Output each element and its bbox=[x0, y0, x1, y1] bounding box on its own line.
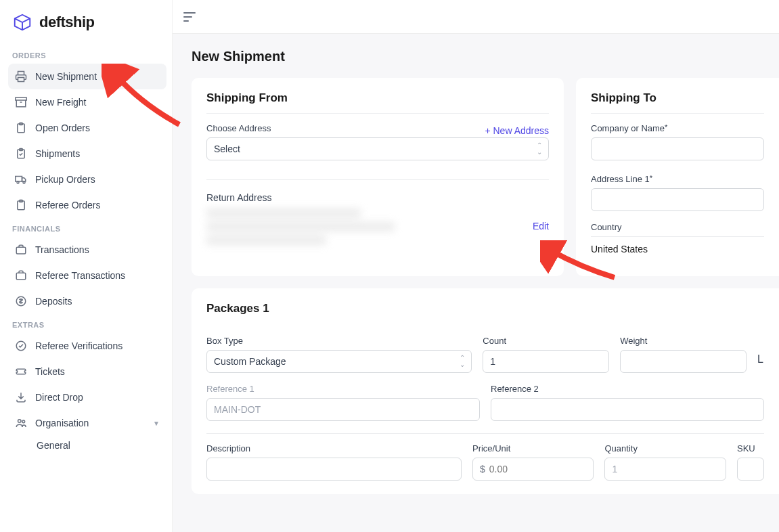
sidebar-item-label: Referee Transactions bbox=[35, 270, 125, 281]
section-header-financials: FINANCIALS bbox=[8, 218, 166, 237]
country-value[interactable]: United States bbox=[591, 244, 764, 254]
sidebar-item-label: New Shipment bbox=[35, 71, 97, 82]
svg-rect-6 bbox=[16, 177, 22, 182]
label-box-type: Box Type bbox=[206, 336, 472, 346]
card-shipping-from: Shipping From Choose Address + New Addre… bbox=[192, 78, 564, 276]
menu-toggle-icon[interactable] bbox=[183, 12, 196, 22]
sidebar-item-label: Referee Verifications bbox=[35, 340, 123, 351]
sidebar-item-shipments[interactable]: Shipments bbox=[8, 141, 166, 167]
quantity-input[interactable] bbox=[604, 458, 726, 481]
sidebar: deftship ORDERS New Shipment New Freight… bbox=[0, 0, 173, 532]
choose-address-select[interactable]: Select bbox=[206, 137, 549, 160]
sidebar-item-direct-drop[interactable]: Direct Drop bbox=[8, 384, 166, 410]
users-icon bbox=[15, 417, 27, 429]
truck-icon bbox=[15, 173, 27, 185]
weight-input[interactable] bbox=[620, 350, 747, 373]
topbar bbox=[173, 0, 779, 34]
sidebar-item-label: Shipments bbox=[35, 148, 80, 159]
label-quantity: Quantity bbox=[604, 443, 726, 453]
card-title-from: Shipping From bbox=[206, 91, 549, 105]
sidebar-item-label: Pickup Orders bbox=[35, 174, 95, 185]
divider bbox=[591, 113, 764, 114]
svg-rect-11 bbox=[16, 247, 26, 254]
label-length: L bbox=[757, 336, 764, 373]
address-line-1-input[interactable] bbox=[591, 188, 764, 211]
company-name-input[interactable] bbox=[591, 137, 764, 160]
divider bbox=[591, 236, 764, 237]
clipboard-check-icon bbox=[15, 148, 27, 160]
sidebar-item-label: New Freight bbox=[35, 97, 86, 108]
sidebar-item-label: Open Orders bbox=[35, 123, 90, 133]
description-input[interactable] bbox=[206, 458, 462, 481]
sidebar-item-label: Tickets bbox=[35, 366, 65, 377]
brand-name: deftship bbox=[39, 14, 95, 31]
sidebar-item-label: Transactions bbox=[35, 244, 89, 255]
price-input[interactable] bbox=[489, 458, 587, 480]
label-company-name: Company or Name* bbox=[591, 123, 764, 133]
svg-point-15 bbox=[18, 420, 22, 423]
divider bbox=[206, 433, 764, 434]
new-address-link[interactable]: + New Address bbox=[485, 125, 549, 136]
card-packages: Packages 1 Box Type Custom Package ⌃⌄ bbox=[192, 288, 779, 494]
label-reference-1: Reference 1 bbox=[206, 384, 480, 394]
box-type-select[interactable]: Custom Package bbox=[206, 350, 472, 373]
sidebar-item-label: Deposits bbox=[35, 296, 72, 307]
printer-icon bbox=[15, 70, 27, 83]
sidebar-item-pickup-orders[interactable]: Pickup Orders bbox=[8, 167, 166, 192]
label-country: Country bbox=[591, 222, 764, 232]
sidebar-item-deposits[interactable]: Deposits bbox=[8, 288, 166, 314]
section-header-orders: ORDERS bbox=[8, 45, 166, 64]
sidebar-item-referee-orders[interactable]: Referee Orders bbox=[8, 192, 166, 218]
briefcase-icon bbox=[15, 244, 27, 256]
edit-return-address-link[interactable]: Edit bbox=[533, 221, 549, 231]
svg-point-8 bbox=[23, 181, 25, 183]
check-circle-icon bbox=[15, 340, 27, 352]
svg-rect-12 bbox=[16, 273, 26, 280]
sidebar-item-referee-verifications[interactable]: Referee Verifications bbox=[8, 333, 166, 359]
reference-2-input[interactable] bbox=[491, 398, 764, 421]
clipboard-icon bbox=[15, 199, 27, 211]
sku-input[interactable] bbox=[737, 458, 764, 481]
sidebar-item-label: Referee Orders bbox=[35, 200, 100, 210]
currency-prefix: $ bbox=[480, 464, 489, 474]
label-weight: Weight bbox=[620, 336, 747, 346]
card-title-packages: Packages 1 bbox=[206, 302, 764, 315]
reference-1-input[interactable] bbox=[206, 398, 480, 421]
logo-area: deftship bbox=[8, 5, 166, 45]
main: New Shipment Shipping From Choose Addres… bbox=[173, 0, 779, 532]
content: New Shipment Shipping From Choose Addres… bbox=[173, 34, 779, 532]
section-header-extras: EXTRAS bbox=[8, 314, 166, 333]
dollar-circle-icon bbox=[15, 295, 27, 307]
card-shipping-to: Shipping To Company or Name* Address Lin… bbox=[576, 78, 779, 276]
divider bbox=[206, 113, 549, 114]
svg-point-7 bbox=[17, 181, 19, 183]
count-input[interactable] bbox=[483, 350, 609, 373]
svg-point-16 bbox=[22, 420, 25, 423]
label-sku: SKU bbox=[737, 443, 764, 453]
sidebar-item-transactions[interactable]: Transactions bbox=[8, 237, 166, 263]
sidebar-item-open-orders[interactable]: Open Orders bbox=[8, 115, 166, 141]
chevron-down-icon: ▼ bbox=[153, 420, 160, 427]
sidebar-item-label: Organisation bbox=[35, 418, 89, 428]
price-input-wrap[interactable]: $ bbox=[472, 458, 594, 481]
sidebar-item-organisation[interactable]: Organisation ▼ bbox=[8, 410, 166, 436]
sidebar-item-referee-transactions[interactable]: Referee Transactions bbox=[8, 263, 166, 288]
label-price-unit: Price/Unit bbox=[472, 443, 594, 453]
card-title-to: Shipping To bbox=[591, 91, 764, 105]
download-icon bbox=[15, 391, 27, 403]
sidebar-item-new-freight[interactable]: New Freight bbox=[8, 89, 166, 115]
clipboard-icon bbox=[15, 122, 27, 134]
return-address-redacted bbox=[206, 208, 549, 245]
sidebar-item-label: Direct Drop bbox=[35, 392, 83, 403]
label-return-address: Return Address bbox=[206, 192, 549, 203]
sidebar-item-new-shipment[interactable]: New Shipment bbox=[8, 64, 166, 89]
sidebar-item-tickets[interactable]: Tickets bbox=[8, 359, 166, 384]
label-count: Count bbox=[483, 336, 609, 346]
label-description: Description bbox=[206, 443, 462, 453]
sidebar-sub-general[interactable]: General bbox=[8, 440, 166, 451]
divider bbox=[206, 179, 549, 180]
logo-icon bbox=[12, 12, 32, 32]
page-title: New Shipment bbox=[192, 49, 779, 64]
ticket-icon bbox=[15, 365, 27, 378]
label-reference-2: Reference 2 bbox=[491, 384, 764, 394]
